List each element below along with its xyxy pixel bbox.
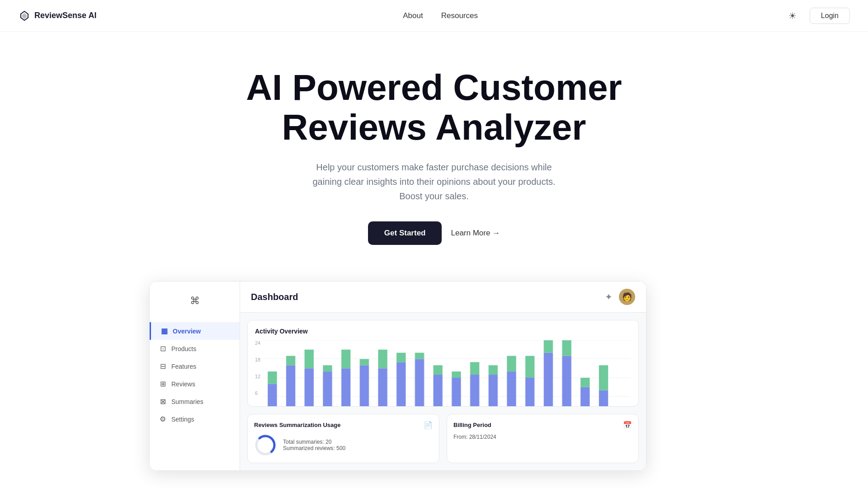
chart-title: Activity Overview	[255, 328, 631, 335]
brand-icon	[18, 9, 31, 22]
y-label-18: 18	[255, 357, 260, 362]
total-summaries-label: Total summaries:	[283, 439, 324, 445]
sun-icon: ☀	[788, 10, 797, 21]
get-started-button[interactable]: Get Started	[368, 221, 442, 245]
dashboard-main: Dashboard ✦ 🧑 Activity Overview 24 18 12…	[240, 282, 646, 470]
usage-card-header: Reviews Summarization Usage 📄	[254, 421, 433, 429]
summarized-reviews-stat: Summarized reviews: 500	[283, 445, 345, 451]
sidebar-item-label-features: Features	[171, 363, 196, 370]
usage-card-title: Reviews Summarization Usage	[254, 422, 340, 428]
dashboard-title: Dashboard	[251, 292, 298, 302]
billing-from-stat: From: 28/11/2024	[453, 434, 632, 440]
learn-more-button[interactable]: Learn More →	[451, 229, 500, 238]
navbar: ReviewSense AI About Resources ☀ Login	[0, 0, 868, 32]
total-summaries-value: 20	[326, 439, 331, 445]
sidebar-item-label-products: Products	[171, 345, 196, 352]
sidebar-item-overview[interactable]: ▦ Overview	[150, 322, 240, 340]
features-icon: ⊟	[159, 362, 167, 371]
sidebar-item-products[interactable]: ⊡ Products	[150, 340, 240, 357]
sidebar-item-reviews[interactable]: ⊞ Reviews	[150, 375, 240, 393]
sidebar-item-label-reviews: Reviews	[171, 380, 195, 388]
sidebar: ⌘ ▦ Overview ⊡ Products ⊟ Features ⊞ Rev…	[150, 282, 240, 470]
sidebar-item-settings[interactable]: ⚙ Settings	[150, 410, 240, 428]
theme-toggle-button[interactable]: ☀	[784, 8, 801, 24]
sidebar-item-summaries[interactable]: ⊠ Summaries	[150, 393, 240, 410]
bottom-cards: Reviews Summarization Usage 📄 Total summ…	[247, 414, 639, 463]
reviews-icon: ⊞	[159, 380, 167, 388]
overview-icon: ▦	[160, 327, 168, 335]
billing-card: Billing Period 📅 From: 28/11/2024	[447, 414, 639, 463]
chart-bars-container	[263, 340, 631, 407]
dashboard-preview: ⌘ ▦ Overview ⊡ Products ⊟ Features ⊞ Rev…	[0, 281, 868, 471]
billing-from-label: From:	[453, 434, 467, 440]
usage-stats: Total summaries: 20 Summarized reviews: …	[283, 439, 345, 451]
navbar-right: ☀ Login	[784, 8, 850, 24]
sidebar-item-label-overview: Overview	[173, 328, 201, 335]
header-settings-icon[interactable]: ✦	[605, 291, 613, 302]
products-icon: ⊡	[159, 344, 167, 353]
usage-circle-chart	[254, 434, 277, 456]
settings-icon: ⚙	[159, 415, 167, 423]
billing-from-value: 28/11/2024	[469, 434, 496, 440]
usage-card-icon: 📄	[424, 421, 433, 429]
sidebar-item-label-summaries: Summaries	[171, 398, 203, 405]
dashboard-window: ⌘ ▦ Overview ⊡ Products ⊟ Features ⊞ Rev…	[149, 281, 646, 471]
user-avatar[interactable]: 🧑	[619, 289, 635, 305]
usage-card: Reviews Summarization Usage 📄 Total summ…	[247, 414, 439, 463]
billing-card-title: Billing Period	[453, 422, 491, 428]
y-label-6: 6	[255, 390, 260, 396]
y-label-24: 24	[255, 340, 260, 346]
sidebar-item-label-settings: Settings	[171, 416, 194, 423]
summaries-icon: ⊠	[159, 397, 167, 406]
summarized-reviews-label: Summarized reviews:	[283, 445, 335, 451]
nav-about[interactable]: About	[403, 11, 423, 20]
brand-logo[interactable]: ReviewSense AI	[18, 9, 96, 22]
navbar-links: About Resources	[403, 11, 478, 20]
brand-name: ReviewSense AI	[34, 11, 96, 20]
hero-cta-group: Get Started Learn More →	[368, 221, 500, 245]
dashboard-header: Dashboard ✦ 🧑	[240, 282, 646, 313]
y-label-12: 12	[255, 374, 260, 379]
nav-resources[interactable]: Resources	[441, 11, 478, 20]
hero-section: AI Powered Customer Reviews Analyzer Hel…	[0, 32, 868, 272]
billing-card-header: Billing Period 📅	[453, 421, 632, 429]
activity-chart-section: Activity Overview 24 18 12 6 0	[247, 320, 639, 407]
hero-title: AI Powered Customer Reviews Analyzer	[231, 68, 637, 147]
sidebar-logo-icon: ⌘	[185, 291, 204, 311]
dashboard-header-actions: ✦ 🧑	[605, 289, 635, 305]
total-summaries-stat: Total summaries: 20	[283, 439, 345, 445]
login-button[interactable]: Login	[810, 8, 850, 24]
sidebar-item-features[interactable]: ⊟ Features	[150, 357, 240, 375]
billing-card-icon: 📅	[623, 421, 632, 429]
summarized-reviews-value: 500	[336, 445, 345, 451]
hero-subtitle: Help your customers make faster purchase…	[303, 160, 565, 203]
